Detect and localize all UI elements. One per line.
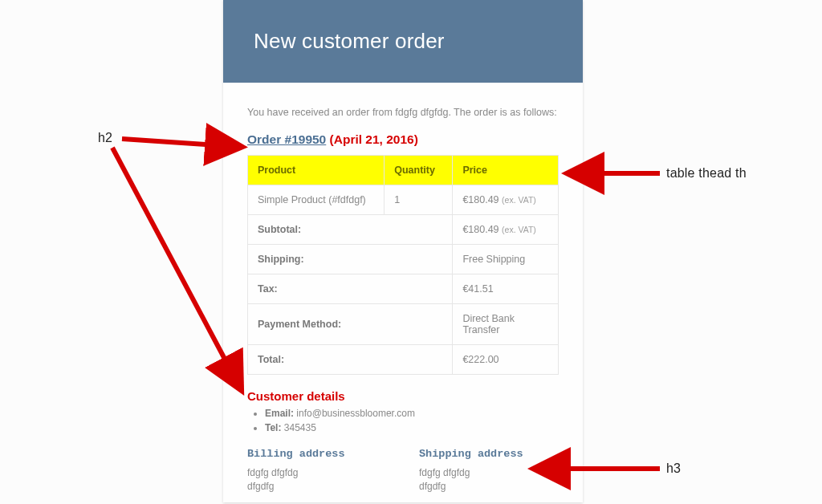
cell-tax-value: €41.51 bbox=[453, 274, 559, 304]
intro-text: You have received an order from fdgfg df… bbox=[247, 107, 559, 118]
th-product: Product bbox=[248, 156, 385, 185]
address-line: fdgfg dfgfdg bbox=[247, 466, 387, 480]
svg-line-1 bbox=[112, 148, 241, 389]
order-heading: Order #19950 (April 21, 2016) bbox=[247, 132, 559, 147]
list-item: Tel: 345435 bbox=[265, 422, 559, 433]
table-row: Simple Product (#fdfdgf) 1 €180.49 (ex. … bbox=[248, 185, 559, 215]
shipping-address-heading: Shipping address bbox=[419, 448, 559, 460]
customer-details-list: Email: info@businessbloomer.com Tel: 345… bbox=[265, 408, 559, 433]
table-row: Total: €222.00 bbox=[248, 345, 559, 375]
address-row: Billing address fdgfg dfgfdg dfgdfg Ship… bbox=[247, 448, 559, 494]
th-quantity: Quantity bbox=[385, 156, 453, 185]
table-row: Tax: €41.51 bbox=[248, 274, 559, 304]
address-line: dfgdfg bbox=[247, 480, 387, 494]
cell-shipping-label: Shipping: bbox=[248, 245, 453, 274]
shipping-address-block: Shipping address fdgfg dfgfdg dfgdfg bbox=[419, 448, 559, 494]
billing-address-block: Billing address fdgfg dfgfdg dfgdfg bbox=[247, 448, 387, 494]
annotation-h3-label: h3 bbox=[666, 461, 681, 476]
email-body: You have received an order from fdgfg df… bbox=[223, 83, 583, 502]
cell-total-label: Total: bbox=[248, 345, 453, 375]
cell-payment-label: Payment Method: bbox=[248, 304, 453, 345]
email-container: New customer order You have received an … bbox=[223, 0, 583, 502]
cell-price: €180.49 (ex. VAT) bbox=[453, 185, 559, 215]
cell-tax-label: Tax: bbox=[248, 274, 453, 304]
address-line: dfgdfg bbox=[419, 480, 559, 494]
table-row: Payment Method: Direct Bank Transfer bbox=[248, 304, 559, 345]
cell-quantity: 1 bbox=[385, 185, 453, 215]
cell-payment-value: Direct Bank Transfer bbox=[453, 304, 559, 345]
email-header: New customer order bbox=[223, 0, 583, 83]
customer-details-heading: Customer details bbox=[247, 389, 559, 403]
order-link[interactable]: Order #19950 bbox=[247, 132, 326, 146]
address-line: fdgfg dfgfdg bbox=[419, 466, 559, 480]
annotation-thead-label: table thead th bbox=[666, 166, 747, 181]
table-row: Subtotal: €180.49 (ex. VAT) bbox=[248, 215, 559, 245]
order-date: (April 21, 2016) bbox=[330, 132, 418, 146]
cell-product: Simple Product (#fdfdgf) bbox=[248, 185, 385, 215]
email-title: New customer order bbox=[254, 29, 559, 54]
table-row: Shipping: Free Shipping bbox=[248, 245, 559, 274]
cell-subtotal-label: Subtotal: bbox=[248, 215, 453, 245]
th-price: Price bbox=[453, 156, 559, 185]
annotation-h2-label: h2 bbox=[98, 131, 112, 145]
order-table: Product Quantity Price Simple Product (#… bbox=[247, 155, 559, 375]
billing-address-heading: Billing address bbox=[247, 448, 387, 460]
cell-subtotal-value: €180.49 (ex. VAT) bbox=[453, 215, 559, 245]
cell-shipping-value: Free Shipping bbox=[453, 245, 559, 274]
cell-total-value: €222.00 bbox=[453, 345, 559, 375]
list-item: Email: info@businessbloomer.com bbox=[265, 408, 559, 419]
